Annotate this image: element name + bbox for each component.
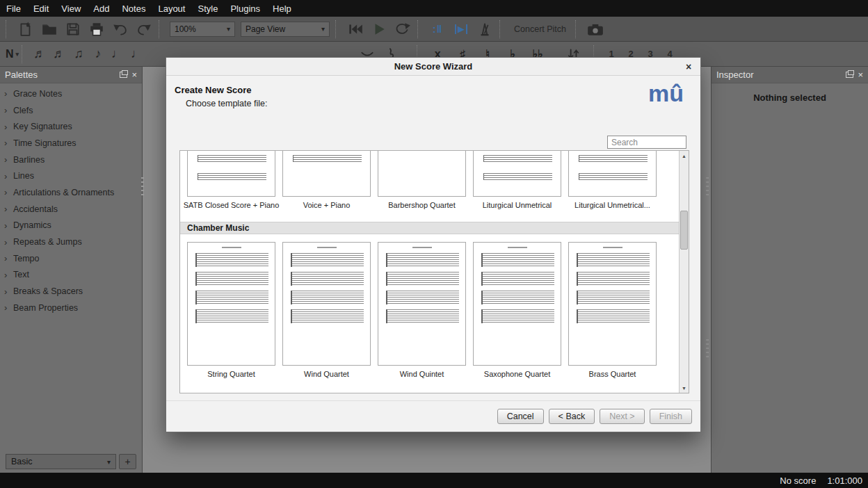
menu-notes[interactable]: Notes — [115, 0, 152, 17]
scroll-up-icon[interactable]: ▲ — [680, 151, 689, 161]
note-quarter-button[interactable]: ♩ — [108, 47, 127, 61]
palette-item-text[interactable]: › Text — [0, 267, 142, 284]
cancel-button[interactable]: Cancel — [497, 409, 544, 424]
play-repeats-toggle[interactable]: :‖ — [426, 19, 449, 39]
toolbar-grip[interactable] — [499, 20, 505, 38]
toolbar-grip[interactable] — [417, 20, 423, 38]
splitter-grip[interactable] — [706, 339, 709, 360]
palette-item-articulations[interactable]: › Articulations & Ornaments — [0, 184, 142, 201]
musescore-logo: mû — [648, 80, 684, 107]
dialog-close-button[interactable]: × — [683, 61, 694, 72]
redo-button[interactable] — [132, 19, 156, 39]
note-eighth-button[interactable]: ♪ — [88, 47, 108, 61]
save-button[interactable] — [61, 19, 85, 39]
close-panel-icon[interactable]: × — [858, 70, 863, 79]
menu-add[interactable]: Add — [87, 0, 115, 17]
loop-playback-button[interactable] — [391, 19, 415, 39]
inspector-empty-text: Nothing selected — [712, 92, 868, 103]
palette-item-key-signatures[interactable]: › Key Signatures — [0, 118, 142, 135]
note-half-button[interactable]: ♩ — [127, 47, 147, 61]
toolbar-grip[interactable] — [6, 20, 11, 38]
template-scrollbar[interactable]: ▲ ▼ — [679, 151, 689, 393]
palette-item-barlines[interactable]: › Barlines — [0, 152, 142, 168]
float-panel-icon[interactable] — [120, 72, 127, 78]
template-preview — [282, 242, 371, 366]
zoom-value: 100% — [175, 24, 196, 34]
next-button[interactable]: Next > — [600, 409, 644, 424]
palette-item-dynamics[interactable]: › Dynamics — [0, 218, 142, 234]
palette-item-time-signatures[interactable]: › Time Signatures — [0, 135, 142, 152]
pan-score-toggle[interactable]: ▶ — [449, 19, 473, 39]
palette-item-tempo[interactable]: › Tempo — [0, 250, 142, 267]
view-mode-value: Page View — [246, 24, 285, 34]
chevron-right-icon: › — [4, 286, 13, 297]
toolbar-grip[interactable] — [335, 20, 341, 38]
repeat-barline-icon: :‖ — [433, 23, 442, 35]
new-score-button[interactable] — [14, 19, 38, 39]
palette-item-repeats-jumps[interactable]: › Repeats & Jumps — [0, 234, 142, 250]
dialog-titlebar[interactable]: New Score Wizard × — [166, 58, 700, 76]
template-card[interactable]: String Quartet — [187, 242, 275, 378]
view-mode-select[interactable]: Page View ▾ — [241, 22, 330, 37]
finish-button[interactable]: Finish — [650, 409, 692, 424]
template-card[interactable]: Barbershop Quartet — [378, 151, 466, 209]
scrollbar-thumb[interactable] — [680, 211, 688, 250]
close-panel-icon[interactable]: × — [131, 70, 137, 79]
back-button[interactable]: < Back — [549, 409, 595, 424]
template-card[interactable]: Brass Quartet — [568, 242, 657, 378]
template-preview — [187, 242, 275, 366]
float-panel-icon[interactable] — [846, 72, 853, 78]
menu-layout[interactable]: Layout — [152, 0, 191, 17]
add-palette-button[interactable]: + — [119, 454, 136, 469]
inspector-panel: Inspector × Nothing selected — [711, 67, 868, 473]
palette-preset-select[interactable]: Basic ▾ — [6, 454, 116, 469]
template-card[interactable]: SATB Closed Score + Piano — [187, 151, 275, 209]
menu-help[interactable]: Help — [266, 0, 298, 17]
menu-bar: File Edit View Add Notes Layout Style Pl… — [0, 0, 868, 17]
palette-item-lines[interactable]: › Lines — [0, 168, 142, 184]
print-button[interactable] — [85, 19, 108, 39]
chevron-right-icon: › — [4, 237, 13, 247]
open-file-button[interactable] — [38, 19, 61, 39]
rewind-button[interactable] — [344, 19, 367, 39]
toolbar-grip[interactable] — [22, 45, 27, 63]
template-card[interactable]: Liturgical Unmetrical — [473, 151, 561, 209]
undo-button[interactable] — [108, 19, 132, 39]
menu-file[interactable]: File — [0, 0, 27, 17]
splitter-grip[interactable] — [706, 177, 709, 198]
zoom-select[interactable]: 100% ▾ — [170, 22, 235, 37]
template-card[interactable]: Liturgical Unmetrical... — [568, 151, 657, 209]
palette-preset-value: Basic — [11, 457, 33, 466]
palette-item-accidentals[interactable]: › Accidentals — [0, 201, 142, 218]
note-32nd-button[interactable]: ♬ — [49, 47, 69, 61]
scroll-down-icon[interactable]: ▼ — [680, 383, 689, 393]
splitter-grip[interactable] — [141, 177, 144, 198]
chevron-down-icon: ▾ — [107, 458, 111, 466]
palette-item-clefs[interactable]: › Clefs — [0, 102, 142, 119]
menu-style[interactable]: Style — [191, 0, 224, 17]
note-64th-button[interactable]: ♬ — [30, 47, 49, 61]
template-card[interactable]: Wind Quartet — [282, 242, 371, 378]
menu-view[interactable]: View — [55, 0, 87, 17]
palette-item-breaks-spacers[interactable]: › Breaks & Spacers — [0, 283, 142, 300]
image-capture-button[interactable] — [584, 19, 607, 39]
play-button[interactable] — [367, 19, 391, 39]
palette-item-beam-properties[interactable]: › Beam Properties — [0, 300, 142, 316]
palette-item-grace-notes[interactable]: › Grace Notes — [0, 86, 142, 102]
template-card[interactable]: Saxophone Quartet — [473, 242, 561, 378]
score-state-text: No score — [780, 475, 816, 486]
template-preview — [187, 151, 275, 197]
template-search-input[interactable] — [607, 136, 686, 149]
palettes-header: Palettes × — [0, 67, 142, 83]
metronome-button[interactable] — [473, 19, 497, 39]
note-16th-button[interactable]: ♫ — [69, 47, 88, 61]
template-card[interactable]: Wind Quintet — [378, 242, 466, 378]
note-input-button[interactable]: N ▾ — [6, 48, 19, 60]
menu-edit[interactable]: Edit — [27, 0, 55, 17]
chevron-right-icon: › — [4, 154, 13, 165]
menu-plugins[interactable]: Plugins — [224, 0, 266, 17]
toolbar-grip[interactable] — [575, 20, 581, 38]
concert-pitch-button[interactable]: Concert Pitch — [508, 22, 572, 37]
template-card[interactable]: Voice + Piano — [282, 151, 371, 209]
toolbar-grip[interactable] — [159, 20, 164, 38]
